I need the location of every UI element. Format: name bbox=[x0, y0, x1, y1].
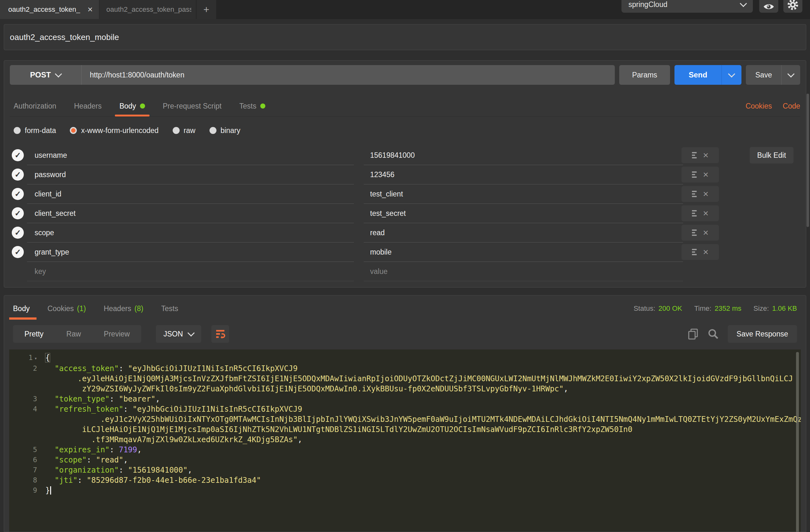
radio-icon bbox=[210, 127, 216, 134]
tab-tests[interactable]: Tests bbox=[239, 96, 265, 116]
key-input[interactable]: grant_type bbox=[27, 242, 354, 262]
new-tab-button[interactable]: + bbox=[196, 0, 216, 19]
format-label: JSON bbox=[163, 330, 183, 338]
remove-row-icon[interactable]: × bbox=[703, 247, 709, 257]
value-input[interactable]: 15619841000 bbox=[364, 146, 683, 165]
response-tab-body[interactable]: Body bbox=[13, 299, 30, 318]
row-menu-icon[interactable] bbox=[692, 191, 697, 197]
mode-form-data[interactable]: form-data bbox=[14, 126, 56, 135]
key-input[interactable]: scope bbox=[27, 223, 354, 242]
code-token: : bbox=[119, 466, 128, 474]
view-mode-pretty[interactable]: Pretty bbox=[13, 330, 55, 338]
close-icon[interactable]: × bbox=[87, 5, 93, 14]
request-tab-active[interactable]: oauth2_access_token_ × bbox=[0, 0, 99, 19]
request-tab-inactive[interactable]: oauth2_access_token_passv bbox=[99, 0, 196, 19]
format-selector[interactable]: JSON bbox=[156, 325, 201, 343]
code-token: "scope" bbox=[54, 455, 87, 464]
code-token bbox=[45, 466, 54, 474]
response-tab-headers[interactable]: Headers(8) bbox=[104, 299, 144, 318]
key-input[interactable]: key bbox=[27, 262, 354, 281]
tab-label: oauth2_access_token_passv bbox=[106, 5, 191, 14]
cookies-link[interactable]: Cookies bbox=[746, 102, 772, 111]
value-input[interactable]: test_secret bbox=[364, 204, 683, 223]
key-input[interactable]: password bbox=[27, 165, 354, 184]
response-body-viewer[interactable]: 1▾{2 "access_token": "eyJhbGciOiJIUzI1Ni… bbox=[9, 350, 801, 532]
count-badge: (8) bbox=[134, 304, 144, 313]
code-scrollbar[interactable] bbox=[796, 352, 799, 532]
view-mode-raw[interactable]: Raw bbox=[55, 330, 92, 338]
key-input[interactable]: username bbox=[27, 146, 354, 165]
value-input[interactable]: 123456 bbox=[364, 165, 683, 184]
code-token: , bbox=[156, 394, 160, 403]
code-token: .eyJleHAiOjE1NjQ0MjA3MjcsInVzZXJfbmFtZSI… bbox=[45, 374, 793, 383]
environment-selector[interactable]: springCloud bbox=[621, 0, 753, 13]
code-line: iLCJleHAiOjE1NjQ1MjE1MjcsImp0aSI6IjNhZTk… bbox=[9, 424, 801, 435]
green-dot bbox=[260, 103, 265, 109]
mode-raw[interactable]: raw bbox=[173, 126, 195, 135]
wrap-lines-button[interactable] bbox=[211, 325, 229, 343]
search-icon[interactable] bbox=[708, 328, 719, 340]
row-checkbox[interactable]: ✓ bbox=[12, 149, 24, 161]
environment-quick-look-button[interactable] bbox=[759, 0, 778, 13]
value-input[interactable]: mobile bbox=[364, 242, 683, 262]
line-number: 4 bbox=[9, 404, 37, 414]
code-token: 7199 bbox=[119, 445, 137, 454]
row-menu-icon[interactable] bbox=[692, 249, 697, 255]
response-tab-cookies[interactable]: Cookies(1) bbox=[47, 299, 86, 318]
code-token: { bbox=[45, 353, 50, 362]
code-token: : bbox=[119, 364, 128, 373]
code-token: , bbox=[564, 384, 568, 393]
remove-row-icon[interactable]: × bbox=[703, 150, 709, 160]
row-menu-icon[interactable] bbox=[692, 172, 697, 178]
copy-icon[interactable] bbox=[688, 328, 699, 340]
row-checkbox[interactable]: ✓ bbox=[12, 188, 24, 200]
remove-row-icon[interactable]: × bbox=[703, 209, 709, 218]
remove-row-icon[interactable]: × bbox=[703, 170, 709, 179]
chevron-down-icon bbox=[188, 329, 195, 337]
tab-label: Tests bbox=[239, 102, 257, 111]
url-input[interactable]: http://host1:8000/oauth/token bbox=[82, 65, 615, 85]
code-text: "jti": "85296d87-f2b0-44e1-b66e-23e1ba1f… bbox=[37, 475, 261, 485]
settings-button[interactable] bbox=[783, 0, 803, 13]
code-token: , bbox=[188, 466, 192, 474]
mode-x-www-form-urlencoded[interactable]: x-www-form-urlencoded bbox=[70, 126, 158, 135]
row-checkbox[interactable]: ✓ bbox=[12, 168, 24, 181]
bulk-edit-button[interactable]: Bulk Edit bbox=[750, 147, 794, 163]
tab-headers[interactable]: Headers bbox=[74, 96, 101, 116]
view-mode-preview[interactable]: Preview bbox=[92, 330, 141, 338]
row-menu-icon[interactable] bbox=[692, 152, 697, 158]
tab-body[interactable]: Body bbox=[119, 96, 145, 116]
tab-authorization[interactable]: Authorization bbox=[14, 96, 56, 116]
value-input[interactable]: read bbox=[364, 223, 683, 242]
code-link[interactable]: Code bbox=[783, 102, 800, 111]
mode-binary[interactable]: binary bbox=[210, 126, 241, 135]
params-button[interactable]: Params bbox=[619, 65, 670, 85]
row-menu-icon[interactable] bbox=[692, 229, 697, 236]
save-button[interactable]: Save bbox=[746, 65, 781, 85]
fold-caret-icon[interactable]: ▾ bbox=[34, 355, 37, 361]
code-token bbox=[45, 364, 54, 373]
status-badge: Status: 200 OK bbox=[633, 304, 682, 313]
page-scrollbar[interactable] bbox=[807, 94, 809, 227]
key-input[interactable]: client_id bbox=[27, 184, 354, 204]
row-checkbox[interactable]: ✓ bbox=[12, 227, 24, 239]
app-tab-bar: oauth2_access_token_ × oauth2_access_tok… bbox=[0, 0, 810, 19]
code-token: "expires_in" bbox=[54, 445, 110, 454]
remove-row-icon[interactable]: × bbox=[703, 189, 709, 199]
line-number: 8 bbox=[9, 475, 37, 485]
key-input[interactable]: client_secret bbox=[27, 204, 354, 223]
value-input[interactable]: value bbox=[364, 262, 683, 281]
row-menu-icon[interactable] bbox=[692, 210, 697, 216]
save-response-button[interactable]: Save Response bbox=[728, 325, 797, 343]
row-checkbox[interactable]: ✓ bbox=[12, 207, 24, 219]
send-button[interactable]: Send bbox=[675, 65, 722, 85]
tab-pre-request-script[interactable]: Pre-request Script bbox=[163, 96, 222, 116]
method-selector[interactable]: POST bbox=[10, 65, 82, 85]
save-options-button[interactable] bbox=[781, 65, 800, 85]
row-checkbox[interactable]: ✓ bbox=[12, 246, 24, 258]
remove-row-icon[interactable]: × bbox=[703, 228, 709, 238]
response-tab-tests[interactable]: Tests bbox=[161, 299, 178, 318]
tab-label: Body bbox=[13, 304, 30, 313]
send-options-button[interactable] bbox=[722, 65, 742, 85]
value-input[interactable]: test_client bbox=[364, 184, 683, 204]
